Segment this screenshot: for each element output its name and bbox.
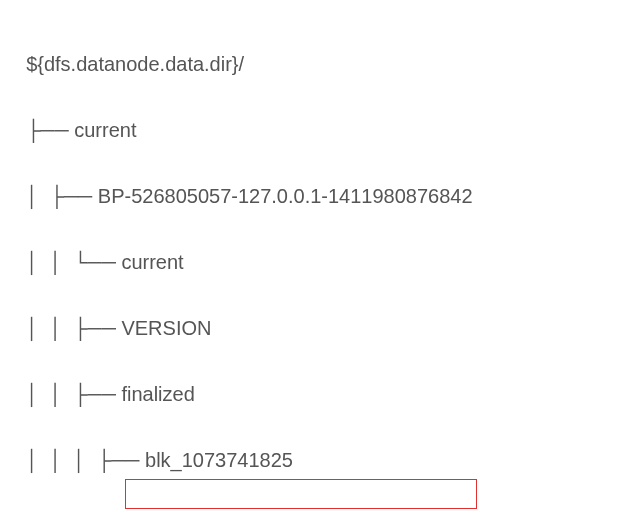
tree-label: current	[74, 119, 136, 141]
tree-line: │ │ ├── finalized	[15, 345, 624, 411]
tree-prefix: │ │ └──	[26, 251, 121, 273]
tree-line: │ │ │ ├── blk_1073741825_1001.meta	[15, 477, 624, 527]
tree-line: ├── current	[15, 81, 624, 147]
tree-label: finalized	[121, 383, 194, 405]
tree-prefix: │ │ ├──	[26, 317, 121, 339]
tree-line: │ │ ├── VERSION	[15, 279, 624, 345]
tree-prefix: ├──	[26, 119, 74, 141]
tree-prefix: │ │ │ ├──	[26, 449, 145, 471]
tree-label: BP-526805057-127.0.0.1-1411980876842	[98, 185, 473, 207]
tree-prefix: │ ├──	[26, 185, 98, 207]
tree-prefix: │ │ ├──	[26, 383, 121, 405]
highlight-box	[125, 479, 477, 509]
tree-label: VERSION	[121, 317, 211, 339]
tree-root: ${dfs.datanode.data.dir}/	[15, 15, 624, 81]
tree-label: current	[121, 251, 183, 273]
tree-line: │ │ │ ├── blk_1073741825	[15, 411, 624, 477]
tree-root-label: ${dfs.datanode.data.dir}/	[26, 53, 244, 75]
tree-label: blk_1073741825	[145, 449, 293, 471]
tree-line: │ ├── BP-526805057-127.0.0.1-14119808768…	[15, 147, 624, 213]
tree-line: │ │ └── current	[15, 213, 624, 279]
